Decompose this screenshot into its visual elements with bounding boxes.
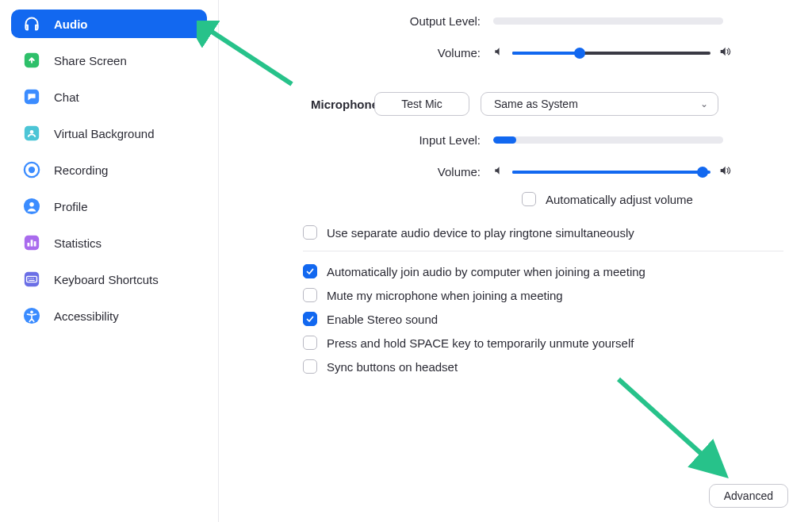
option-checkbox-0[interactable]: [303, 264, 317, 278]
chevron-down-icon: ⌄: [700, 98, 708, 109]
auto-adjust-volume-checkbox[interactable]: [522, 192, 536, 206]
sidebar-item-statistics[interactable]: Statistics: [11, 228, 207, 257]
sidebar-item-label: Accessibility: [54, 309, 119, 323]
microphone-section-label: Microphone: [232, 98, 374, 111]
sidebar-item-label: Chat: [54, 90, 79, 104]
options-divider: [303, 251, 783, 251]
svg-point-16: [33, 278, 33, 278]
option-label: Mute my microphone when joining a meetin…: [327, 289, 563, 302]
speaker-low-icon: [493, 46, 504, 59]
virtual-background-icon: [22, 124, 41, 143]
headphones-icon: [22, 14, 41, 33]
svg-point-14: [29, 278, 29, 278]
sidebar-item-label: Audio: [54, 17, 88, 31]
sidebar-item-label: Recording: [54, 163, 108, 177]
test-mic-button[interactable]: Test Mic: [374, 92, 469, 116]
speaker-volume-slider[interactable]: [512, 46, 710, 60]
accessibility-icon: [22, 306, 41, 325]
statistics-icon: [22, 233, 41, 252]
keyboard-icon: [22, 270, 41, 289]
chat-icon: [22, 87, 41, 106]
sidebar-item-label: Statistics: [54, 236, 102, 250]
speaker-volume-label: Volume:: [232, 46, 493, 59]
option-label: Press and hold SPACE key to temporarily …: [327, 336, 634, 350]
svg-point-5: [29, 167, 35, 173]
sidebar-item-recording[interactable]: Recording: [11, 155, 207, 184]
sidebar-item-label: Share Screen: [54, 54, 127, 67]
svg-point-3: [30, 130, 34, 134]
profile-icon: [22, 197, 41, 216]
mic-volume-slider[interactable]: [512, 165, 710, 179]
audio-settings-panel: Output Level: Volume: Microphone Test Mi…: [219, 0, 812, 522]
speaker-high-icon: [718, 45, 731, 60]
svg-rect-17: [29, 280, 34, 281]
option-label: Sync buttons on headset: [327, 360, 458, 374]
separate-ringtone-device-checkbox[interactable]: [303, 225, 317, 240]
input-level-label: Input Level:: [232, 133, 493, 147]
svg-point-19: [30, 311, 33, 314]
speaker-low-icon: [493, 165, 504, 178]
microphone-device-select[interactable]: Same as System ⌄: [481, 92, 718, 116]
recording-icon: [22, 160, 41, 179]
option-checkbox-3[interactable]: [303, 336, 317, 350]
svg-point-7: [29, 202, 34, 207]
sidebar-item-audio[interactable]: Audio: [11, 10, 207, 38]
sidebar-item-virtual-background[interactable]: Virtual Background: [11, 119, 207, 148]
output-level-label: Output Level:: [232, 14, 493, 28]
svg-rect-11: [34, 241, 36, 246]
input-level-meter: [493, 136, 723, 144]
sidebar-item-label: Keyboard Shortcuts: [54, 273, 159, 286]
settings-sidebar: Audio Share Screen Chat Virtual Backgrou…: [0, 0, 219, 522]
speaker-high-icon: [718, 164, 731, 179]
sidebar-item-keyboard-shortcuts[interactable]: Keyboard Shortcuts: [11, 265, 207, 294]
sidebar-item-accessibility[interactable]: Accessibility: [11, 301, 207, 330]
svg-rect-9: [28, 243, 30, 247]
auto-adjust-volume-label: Automatically adjust volume: [546, 193, 693, 206]
sidebar-item-label: Virtual Background: [54, 127, 154, 140]
share-screen-icon: [22, 51, 41, 70]
option-label: Enable Stereo sound: [327, 313, 438, 326]
mic-volume-label: Volume:: [232, 165, 493, 178]
sidebar-item-share-screen[interactable]: Share Screen: [11, 46, 207, 75]
advanced-button[interactable]: Advanced: [709, 484, 788, 508]
sidebar-item-chat[interactable]: Chat: [11, 83, 207, 111]
svg-point-15: [30, 278, 31, 278]
option-checkbox-1[interactable]: [303, 288, 317, 302]
option-label: Automatically join audio by computer whe…: [327, 265, 645, 278]
microphone-device-selected: Same as System: [494, 98, 578, 110]
output-level-meter: [493, 17, 723, 25]
separate-ringtone-device-label: Use separate audio device to play ringto…: [327, 226, 634, 240]
svg-rect-10: [31, 240, 33, 246]
sidebar-item-label: Profile: [54, 200, 88, 213]
option-checkbox-4[interactable]: [303, 359, 317, 374]
sidebar-item-profile[interactable]: Profile: [11, 192, 207, 221]
option-checkbox-2[interactable]: [303, 312, 317, 326]
